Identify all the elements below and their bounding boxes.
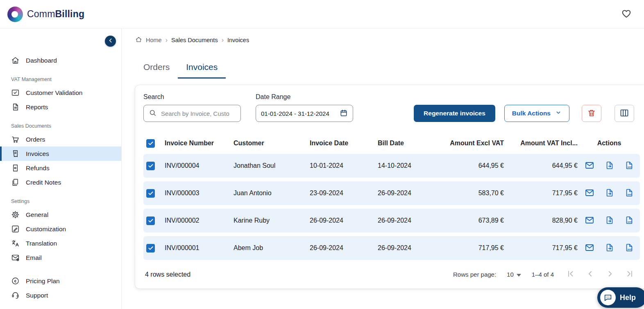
sidebar-item-credit-notes[interactable]: Credit Notes <box>0 175 121 189</box>
table-row[interactable]: INV/000003 Juan Antonio 23-09-2024 26-09… <box>143 181 640 205</box>
search-input[interactable] <box>160 110 236 117</box>
table-row[interactable]: INV/000004 Jonathan Soul 10-01-2024 14-1… <box>143 154 640 178</box>
breadcrumb-sales-documents[interactable]: Sales Documents <box>171 37 218 43</box>
home-icon <box>135 36 142 44</box>
column-header-bill-date[interactable]: Bill Date <box>374 140 436 147</box>
sidebar-item-dashboard[interactable]: Dashboard <box>0 53 121 68</box>
sidebar-item-refunds[interactable]: Refunds <box>0 161 121 175</box>
breadcrumb-home[interactable]: Home <box>146 37 162 43</box>
home-icon <box>11 56 20 65</box>
bulk-actions-button[interactable]: Bulk Actions <box>504 105 569 122</box>
chevron-left-icon <box>107 37 114 45</box>
customer-cell: Jonathan Soul <box>230 162 306 169</box>
sidebar-item-customer-validation[interactable]: Customer Validation <box>0 86 121 100</box>
columns-icon <box>619 108 629 119</box>
row-checkbox[interactable] <box>146 189 155 198</box>
envelope-icon <box>585 215 594 226</box>
brand[interactable]: CommBilling <box>7 7 84 22</box>
rows-per-page-select[interactable]: 10 <box>507 271 521 278</box>
send-email-button[interactable] <box>585 243 594 254</box>
sidebar-item-support[interactable]: Support <box>0 288 121 302</box>
sidebar-item-email[interactable]: Email <box>0 250 121 265</box>
tab-orders[interactable]: Orders <box>135 58 178 79</box>
tab-invoices[interactable]: Invoices <box>178 58 226 79</box>
column-header-invoice-date[interactable]: Invoice Date <box>306 140 374 147</box>
column-header-actions: Actions <box>578 140 640 147</box>
row-checkbox[interactable] <box>146 162 155 170</box>
select-all-checkbox[interactable] <box>146 139 155 148</box>
delete-button[interactable] <box>582 105 601 122</box>
export-xml-button[interactable]: xml <box>625 216 634 226</box>
column-header-amount-vat-incl[interactable]: Amount VAT Incl... <box>505 140 578 147</box>
invoices-card: Search Date Range 01-01-2024 - 31-12-202… <box>135 85 644 289</box>
table-header-row: Invoice Number Customer Invoice Date Bil… <box>143 133 640 154</box>
sidebar-item-general[interactable]: General <box>0 208 121 222</box>
export-pdf-button[interactable] <box>605 161 614 171</box>
svg-text:xml: xml <box>627 248 632 250</box>
export-xml-button[interactable]: xml <box>625 188 634 198</box>
last-page-icon <box>625 269 634 280</box>
sidebar-item-label: Dashboard <box>26 57 57 64</box>
first-page-button[interactable] <box>566 269 575 280</box>
sidebar-collapse-button[interactable] <box>105 36 116 47</box>
envelope-gear-icon <box>11 253 20 262</box>
rows-per-page-label: Rows per page: <box>453 271 496 278</box>
row-checkbox[interactable] <box>146 217 155 225</box>
last-page-button[interactable] <box>625 269 634 280</box>
column-header-amount-excl-vat[interactable]: Amount Excl VAT <box>436 140 505 147</box>
column-header-invoice-number[interactable]: Invoice Number <box>161 140 230 147</box>
export-pdf-button[interactable] <box>605 216 614 226</box>
envelope-icon <box>585 243 594 254</box>
table-row[interactable]: INV/000002 Karine Ruby 26-09-2024 26-09-… <box>143 209 640 232</box>
send-email-button[interactable] <box>585 215 594 226</box>
help-button[interactable]: Help <box>597 287 644 308</box>
sidebar-item-reports[interactable]: Reports <box>0 100 121 114</box>
date-range-input[interactable]: 01-01-2024 - 31-12-2024 <box>256 105 353 122</box>
favorites-button[interactable] <box>621 8 632 20</box>
invoice-date-cell: 26-09-2024 <box>306 217 374 224</box>
credit-note-icon <box>11 178 20 187</box>
file-export-icon <box>605 188 614 198</box>
xml-file-icon: xml <box>625 243 634 253</box>
sidebar-item-translation[interactable]: Translation <box>0 236 121 250</box>
date-range-label: Date Range <box>256 93 353 101</box>
sidebar-item-label: Credit Notes <box>26 179 61 186</box>
table-row[interactable]: INV/000001 Abem Job 26-09-2024 26-09-202… <box>143 236 640 260</box>
send-email-button[interactable] <box>585 188 594 199</box>
bill-date-cell: 26-09-2024 <box>374 189 436 197</box>
sidebar-item-invoices[interactable]: Invoices <box>0 147 121 161</box>
brand-name: CommBilling <box>27 9 84 20</box>
column-header-customer[interactable]: Customer <box>230 140 306 147</box>
xml-file-icon: xml <box>625 188 634 198</box>
sidebar-item-pricing-plan[interactable]: € Pricing Plan <box>0 274 121 288</box>
euro-circle-icon: € <box>11 277 20 285</box>
sidebar-item-label: Reports <box>26 104 48 111</box>
column-settings-button[interactable] <box>615 105 634 122</box>
sidebar-item-label: General <box>26 211 48 219</box>
export-pdf-button[interactable] <box>605 188 614 198</box>
bill-date-cell: 26-09-2024 <box>374 244 436 252</box>
sidebar-section-settings: Settings <box>0 198 121 204</box>
previous-page-button[interactable] <box>586 269 595 280</box>
sidebar-item-orders[interactable]: Orders <box>0 132 121 147</box>
envelope-icon <box>585 188 594 199</box>
chevron-right-icon <box>605 269 615 280</box>
sidebar-item-customization[interactable]: Customization <box>0 222 121 236</box>
sidebar: Dashboard VAT Management Customer Valida… <box>0 29 122 309</box>
regenerate-invoices-button[interactable]: Regenerate invoices <box>414 105 495 122</box>
invoice-number-cell: INV/000004 <box>161 162 230 169</box>
file-export-icon <box>605 243 614 253</box>
help-label: Help <box>620 293 636 302</box>
caret-down-icon <box>517 271 521 278</box>
sidebar-item-label: Customer Validation <box>26 89 82 97</box>
export-xml-button[interactable]: xml <box>625 161 634 171</box>
send-email-button[interactable] <box>585 160 594 171</box>
row-checkbox[interactable] <box>146 244 155 253</box>
export-pdf-button[interactable] <box>605 243 614 253</box>
bulk-actions-label: Bulk Actions <box>512 110 551 117</box>
export-xml-button[interactable]: xml <box>625 243 634 253</box>
sidebar-item-label: Email <box>26 254 42 262</box>
amount-vat-incl-cell: 828,90 € <box>505 217 578 224</box>
file-export-icon <box>605 216 614 226</box>
next-page-button[interactable] <box>605 269 615 280</box>
